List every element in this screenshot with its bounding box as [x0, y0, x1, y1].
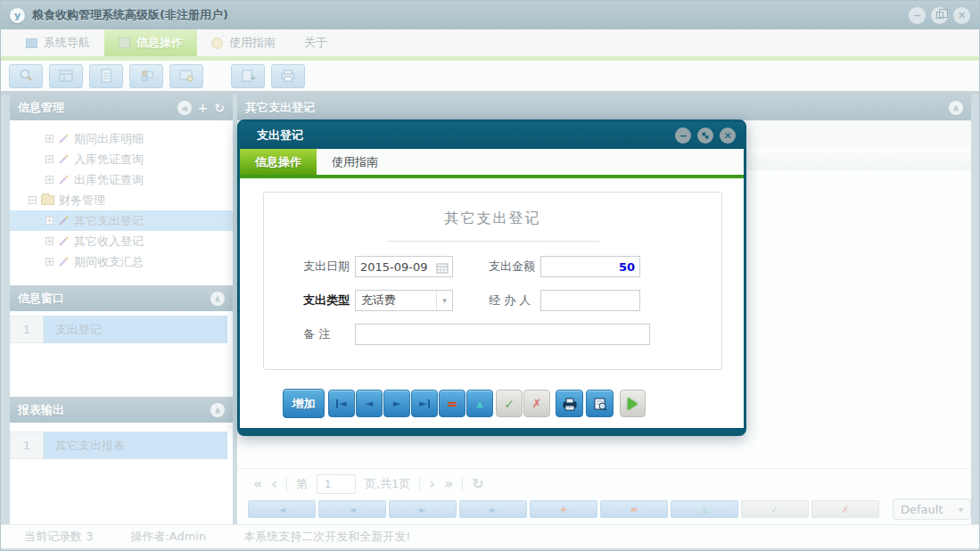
- record-cancel-button[interactable]: ✗: [811, 500, 879, 518]
- collapse-node-icon[interactable]: −: [29, 196, 37, 204]
- tree-item-period-balance-summary[interactable]: + 期间收支汇总: [10, 251, 233, 272]
- tab-info-operation[interactable]: 信息操作: [104, 29, 197, 56]
- expense-register-dialog: 支出登记 − ↔ ✕ 信息操作 使用指南 其它支出登记 支出日期: [237, 119, 746, 436]
- record-nav-toolbar: ◄ ◄ ► ► + = ▲ ✓ ✗ Default ▾: [237, 498, 971, 520]
- dialog-tab-user-guide[interactable]: 使用指南: [317, 149, 393, 175]
- restore-icon[interactable]: [931, 7, 948, 24]
- last-record-button[interactable]: ►: [411, 390, 438, 417]
- chevron-down-icon: ▾: [436, 291, 452, 310]
- expand-icon[interactable]: +: [45, 258, 54, 266]
- app-logo-icon: y: [10, 8, 25, 23]
- window-icon: [26, 38, 37, 48]
- record-edit-button[interactable]: ▲: [671, 500, 738, 518]
- nav-tree: + 期间出库明细 + 入库凭证查询 + 出库凭证查询 − 财务管: [10, 120, 233, 285]
- document-icon[interactable]: [89, 64, 123, 88]
- wand-icon: [58, 215, 70, 226]
- prev-page-icon[interactable]: ‹: [271, 475, 277, 492]
- confirm-button[interactable]: ✓: [496, 390, 523, 417]
- collapse-up-icon[interactable]: ∧: [949, 101, 963, 115]
- reload-icon[interactable]: ↻: [472, 475, 483, 492]
- panel-header-info-window: 信息窗口 ∧: [10, 285, 233, 311]
- wand-icon: [58, 256, 70, 267]
- print-button[interactable]: [556, 390, 583, 417]
- main-toolbar: +: [1, 61, 979, 91]
- next-page-icon[interactable]: ›: [429, 475, 435, 492]
- delete-record-button[interactable]: =: [439, 390, 465, 417]
- expense-amount-input[interactable]: [540, 256, 640, 277]
- record-confirm-button[interactable]: ✓: [741, 500, 809, 518]
- collapse-up-icon[interactable]: ∧: [210, 292, 225, 306]
- title-bar: y 粮食收购管理系统高级版(非注册用户) − ✕: [1, 1, 979, 29]
- record-delete-button[interactable]: =: [600, 500, 668, 518]
- refresh-tree-icon[interactable]: ↻: [214, 101, 225, 115]
- list-item-expense-register[interactable]: 1 支出登记: [10, 316, 227, 343]
- expand-icon[interactable]: +: [45, 237, 54, 245]
- tab-system-nav[interactable]: 系统导航: [12, 29, 104, 56]
- run-report-button[interactable]: [620, 390, 646, 417]
- default-dropdown[interactable]: Default ▾: [893, 498, 971, 520]
- next-record-button[interactable]: ►: [383, 390, 410, 417]
- tab-user-guide[interactable]: 使用指南: [197, 29, 290, 56]
- printer-icon: [562, 397, 578, 411]
- printer-icon[interactable]: [271, 64, 305, 88]
- cancel-button[interactable]: ✗: [523, 390, 550, 417]
- window-search-icon[interactable]: [169, 64, 203, 88]
- handler-input[interactable]: [540, 290, 640, 311]
- dialog-tab-info-operation[interactable]: 信息操作: [240, 149, 317, 175]
- calendar-icon[interactable]: [436, 260, 449, 277]
- list-item-other-expense-report[interactable]: 1 其它支出报表: [10, 432, 227, 459]
- tree-item-other-income-register[interactable]: + 其它收入登记: [10, 231, 233, 251]
- expand-icon[interactable]: +: [45, 176, 54, 184]
- panel-header-info-mgmt: 信息管理 ◄ + ↻: [10, 95, 233, 120]
- record-last-button[interactable]: ►: [459, 500, 527, 518]
- dialog-resize-icon[interactable]: ↔: [697, 127, 713, 144]
- expand-icon[interactable]: +: [45, 217, 54, 225]
- tree-item-other-expense-register[interactable]: + 其它支出登记: [10, 210, 233, 231]
- record-first-button[interactable]: ◄: [248, 500, 316, 518]
- dialog-close-icon[interactable]: ✕: [720, 127, 736, 144]
- prev-record-button[interactable]: ◄: [356, 390, 383, 417]
- add-button[interactable]: 增加: [283, 389, 325, 418]
- first-page-icon[interactable]: «: [253, 475, 262, 492]
- svg-text:+: +: [250, 73, 256, 82]
- amount-label: 支出金额: [489, 259, 540, 275]
- expand-icon[interactable]: +: [45, 155, 54, 163]
- minimize-icon[interactable]: −: [909, 7, 926, 24]
- expand-icon[interactable]: +: [45, 135, 54, 143]
- wand-icon: [58, 235, 70, 247]
- report-output-list: 1 其它支出报表: [10, 423, 233, 524]
- wand-icon: [58, 153, 70, 165]
- page-prefix-label: 第: [296, 476, 308, 492]
- tab-about[interactable]: 关于: [290, 29, 342, 56]
- table-view-icon[interactable]: [49, 64, 83, 88]
- dialog-minimize-icon[interactable]: −: [675, 127, 691, 144]
- print-preview-button[interactable]: [586, 390, 614, 417]
- collapse-up-icon[interactable]: ∧: [210, 403, 225, 417]
- doc-add-icon[interactable]: +: [231, 64, 265, 88]
- panel-header-report-output: 报表输出 ∧: [10, 397, 233, 423]
- remark-input[interactable]: [355, 324, 650, 345]
- collapse-left-icon[interactable]: ◄: [177, 101, 192, 115]
- menu-bar: 系统导航 信息操作 使用指南 关于: [1, 29, 979, 56]
- dialog-title: 支出登记: [257, 127, 303, 144]
- tree-item-outbound-voucher-query[interactable]: + 出库凭证查询: [10, 169, 233, 190]
- record-next-button[interactable]: ►: [389, 500, 457, 518]
- record-prev-button[interactable]: ◄: [318, 500, 386, 518]
- pagination-bar: « ‹ 第 页,共1页 › » ↻: [237, 468, 971, 498]
- search-icon[interactable]: [9, 64, 43, 88]
- edit-record-button[interactable]: ▲: [466, 390, 493, 417]
- close-icon[interactable]: ✕: [953, 7, 970, 24]
- user-report-icon[interactable]: [129, 64, 163, 88]
- remark-label: 备 注: [303, 326, 355, 342]
- add-node-icon[interactable]: +: [198, 101, 209, 115]
- tree-item-inbound-voucher-query[interactable]: + 入库凭证查询: [10, 149, 233, 169]
- tree-item-finance-mgmt[interactable]: − 财务管理: [10, 190, 233, 210]
- last-page-icon[interactable]: »: [444, 475, 453, 492]
- tree-item-period-outbound-detail[interactable]: + 期间出库明细: [10, 128, 233, 149]
- page-number-input[interactable]: [317, 474, 356, 494]
- first-record-button[interactable]: ◄: [328, 390, 355, 417]
- app-window: y 粮食收购管理系统高级版(非注册用户) − ✕ 系统导航 信息操作 使用指南 …: [0, 0, 980, 551]
- left-sidebar: 信息管理 ◄ + ↻ + 期间出库明细 + 入库凭证查询: [10, 95, 233, 524]
- record-add-button[interactable]: +: [530, 500, 597, 518]
- expense-type-select[interactable]: 充话费 ▾: [355, 290, 453, 311]
